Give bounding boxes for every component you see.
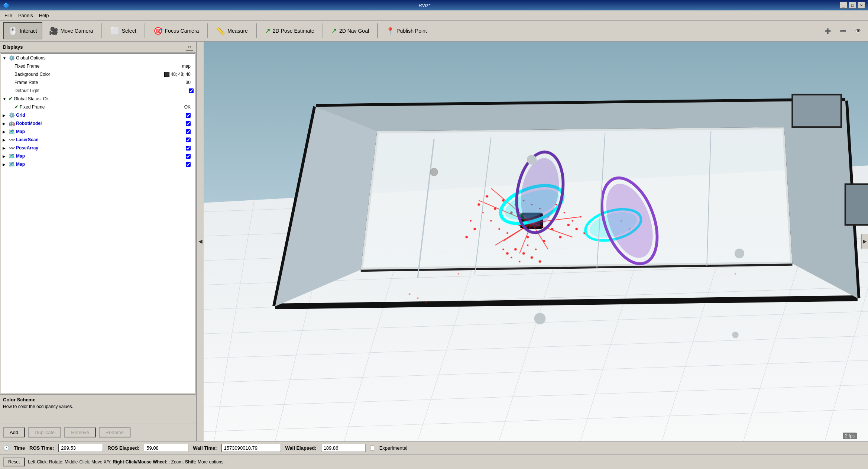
eye-toolbar-button[interactable]: 👁️ bbox=[851, 22, 865, 39]
svg-point-70 bbox=[465, 236, 468, 239]
svg-point-63 bbox=[567, 224, 570, 226]
expand-laser-scan[interactable]: ▶ bbox=[3, 138, 9, 142]
svg-point-72 bbox=[506, 252, 509, 255]
toolbar-sep-4 bbox=[256, 23, 257, 38]
tree-item-map3[interactable]: ▶ 🗺️ Map bbox=[1, 160, 195, 168]
expand-global-options[interactable]: ▼ bbox=[3, 56, 9, 60]
svg-point-62 bbox=[564, 212, 565, 213]
menu-panels[interactable]: Panels bbox=[15, 12, 36, 19]
interact-label: Interact bbox=[20, 28, 37, 34]
tree-item-global-options[interactable]: ▼ ⚙️ Global Options bbox=[1, 54, 195, 62]
global-status-label: Global Status: Ok bbox=[12, 96, 194, 101]
expand-robot-model[interactable]: ▶ bbox=[3, 122, 9, 126]
pose-array-checkbox[interactable] bbox=[186, 146, 191, 151]
measure-button[interactable]: 📏 Measure bbox=[211, 22, 253, 39]
svg-point-80 bbox=[539, 261, 541, 263]
reset-button[interactable]: Reset bbox=[3, 457, 25, 466]
duplicate-button[interactable]: Duplicate bbox=[28, 427, 61, 437]
wall-elapsed-value[interactable]: 189.86 bbox=[321, 444, 366, 452]
move-camera-button[interactable]: 🎥 Move Camera bbox=[44, 22, 98, 39]
svg-point-48 bbox=[506, 232, 508, 234]
scene-svg bbox=[204, 42, 868, 441]
right-panel-collapse-arrow[interactable]: ▶ bbox=[861, 234, 868, 249]
titlebar-title: RViz* bbox=[9, 3, 840, 8]
pose-array-icon: 〰️ bbox=[9, 145, 16, 151]
select-label: Select bbox=[122, 28, 136, 34]
menu-file[interactable]: File bbox=[1, 12, 15, 19]
tree-item-gs-fixed-frame[interactable]: ✔ Fixed Frame OK bbox=[1, 103, 195, 111]
tree-item-map2[interactable]: ▶ 🗺️ Map bbox=[1, 152, 195, 160]
global-options-label: Global Options bbox=[16, 55, 194, 61]
publish-point-button[interactable]: 📍 Publish Point bbox=[381, 22, 432, 39]
focus-camera-button[interactable]: 🎯 Focus Camera bbox=[148, 22, 204, 39]
default-light-label: Default Light bbox=[14, 88, 186, 93]
remove-toolbar-button[interactable]: ➖ bbox=[836, 22, 850, 39]
nav-goal-button[interactable]: ↗ 2D Nav Goal bbox=[326, 22, 374, 39]
ros-elapsed-value[interactable]: 59.08 bbox=[144, 444, 188, 452]
displays-tree[interactable]: ▼ ⚙️ Global Options Fixed Frame map Back… bbox=[1, 54, 195, 393]
grid-label: Grid bbox=[16, 113, 186, 118]
map1-checkbox[interactable] bbox=[186, 129, 191, 134]
tree-item-fixed-frame[interactable]: Fixed Frame map bbox=[1, 62, 195, 70]
expand-map3[interactable]: ▶ bbox=[3, 162, 9, 166]
tree-item-robot-model[interactable]: ▶ 🤖 RobotModel bbox=[1, 119, 195, 127]
svg-point-61 bbox=[559, 236, 561, 239]
select-button[interactable]: ⬜ Select bbox=[105, 22, 142, 39]
tree-item-frame-rate[interactable]: Frame Rate 30 bbox=[1, 78, 195, 87]
info-description: How to color the occupancy values. bbox=[3, 404, 193, 409]
move-camera-label: Move Camera bbox=[61, 28, 93, 34]
grid-checkbox[interactable] bbox=[186, 113, 191, 118]
minimize-button[interactable]: _ bbox=[840, 2, 847, 9]
experimental-checkbox[interactable] bbox=[370, 446, 375, 450]
bg-color-label: Background Color bbox=[14, 72, 164, 77]
map2-label: Map bbox=[16, 153, 186, 159]
tree-item-bg-color[interactable]: Background Color 48; 48; 48 bbox=[1, 70, 195, 78]
interact-button[interactable]: 🖱️ Interact bbox=[3, 22, 42, 39]
expand-map2[interactable]: ▶ bbox=[3, 154, 9, 158]
default-light-checkbox[interactable] bbox=[189, 88, 194, 93]
robot-model-checkbox[interactable] bbox=[186, 121, 191, 126]
displays-header: Displays □ bbox=[0, 42, 196, 53]
rename-button[interactable]: Rename bbox=[99, 427, 130, 437]
tree-item-map1[interactable]: ▶ 🗺️ Map bbox=[1, 127, 195, 136]
map3-checkbox[interactable] bbox=[186, 162, 191, 167]
svg-point-111 bbox=[534, 313, 546, 324]
toolbar-sep-6 bbox=[377, 23, 378, 38]
move-camera-icon: 🎥 bbox=[49, 26, 58, 35]
left-panel-collapse-arrow[interactable]: ◀ bbox=[197, 42, 204, 441]
svg-point-77 bbox=[527, 245, 528, 246]
tree-item-default-light[interactable]: Default Light bbox=[1, 87, 195, 95]
tree-item-grid[interactable]: ▶ ⚙️ Grid bbox=[1, 111, 195, 119]
titlebar: 🔷 RViz* _ □ ✕ bbox=[0, 0, 868, 10]
svg-point-90 bbox=[417, 297, 418, 299]
laser-scan-checkbox[interactable] bbox=[186, 138, 191, 142]
expand-pose-array[interactable]: ▶ bbox=[3, 146, 9, 150]
ros-time-label: ROS Time: bbox=[29, 445, 54, 451]
pose-estimate-button[interactable]: ↗ 2D Pose Estimate bbox=[260, 22, 320, 39]
svg-point-46 bbox=[498, 228, 500, 230]
expand-global-status[interactable]: ▼ bbox=[3, 97, 9, 101]
add-button[interactable]: Add bbox=[3, 427, 25, 437]
robot-model-label: RobotModel bbox=[16, 121, 186, 126]
toolbar-sep-5 bbox=[323, 23, 323, 38]
close-button[interactable]: ✕ bbox=[858, 2, 865, 9]
titlebar-icon: 🔷 bbox=[3, 2, 9, 8]
ros-time-value[interactable]: 299.53 bbox=[58, 444, 103, 452]
add-toolbar-button[interactable]: ➕ bbox=[821, 22, 835, 39]
tree-item-pose-array[interactable]: ▶ 〰️ PoseArray bbox=[1, 144, 195, 152]
viewport[interactable]: ▶ 2 fps bbox=[204, 42, 868, 441]
wall-time-value[interactable]: 1573090010.79 bbox=[221, 444, 281, 452]
displays-toggle-button[interactable]: □ bbox=[186, 44, 193, 51]
map3-icon: 🗺️ bbox=[9, 161, 16, 167]
tree-item-laser-scan[interactable]: ▶ 〰️ LaserScan bbox=[1, 136, 195, 144]
expand-grid[interactable]: ▶ bbox=[3, 113, 9, 117]
remove-button[interactable]: Remove bbox=[64, 427, 95, 437]
maximize-button[interactable]: □ bbox=[849, 2, 856, 9]
menu-help[interactable]: Help bbox=[36, 12, 52, 19]
map1-icon: 🗺️ bbox=[9, 129, 16, 135]
map2-checkbox[interactable] bbox=[186, 154, 191, 159]
select-icon: ⬜ bbox=[110, 26, 120, 35]
bg-color-value: 48; 48; 48 bbox=[171, 72, 194, 77]
tree-item-global-status[interactable]: ▼ ✔ Global Status: Ok bbox=[1, 95, 195, 103]
expand-map1[interactable]: ▶ bbox=[3, 130, 9, 134]
